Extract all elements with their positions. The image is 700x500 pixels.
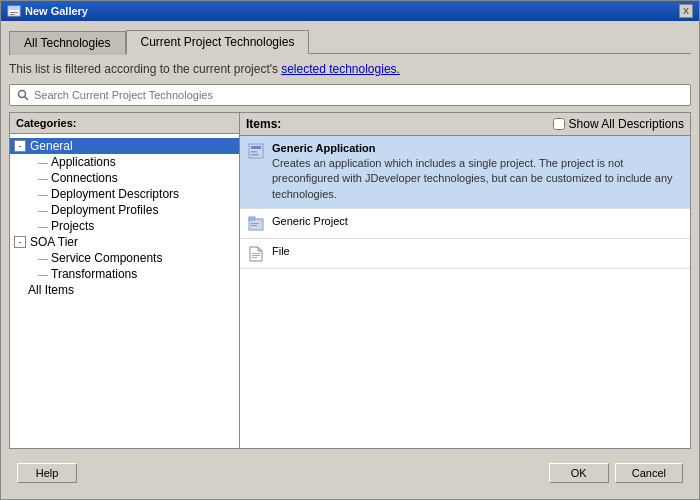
svg-rect-3 bbox=[10, 14, 15, 15]
tree-item-deployment-profiles[interactable]: — Deployment Profiles bbox=[10, 202, 239, 218]
connector-transformations: — bbox=[38, 269, 47, 280]
tab-all-technologies[interactable]: All Technologies bbox=[9, 31, 126, 55]
main-window: New Gallery X All Technologies Current P… bbox=[0, 0, 700, 500]
svg-rect-13 bbox=[251, 225, 257, 226]
connector-service-components: — bbox=[38, 253, 47, 264]
generic-project-title: Generic Project bbox=[272, 215, 348, 227]
categories-panel: Categories: - General — Applications — C… bbox=[10, 113, 240, 448]
tree-item-connections[interactable]: — Connections bbox=[10, 170, 239, 186]
items-panel: Items: Show All Descriptions bbox=[240, 113, 690, 448]
tree-item-soa-tier[interactable]: - SOA Tier bbox=[10, 234, 239, 250]
close-button[interactable]: X bbox=[679, 4, 693, 18]
tab-current-project-technologies[interactable]: Current Project Technologies bbox=[126, 30, 310, 54]
tree-toggle-soa-tier[interactable]: - bbox=[14, 236, 26, 248]
svg-point-4 bbox=[19, 91, 26, 98]
connector-applications: — bbox=[38, 157, 47, 168]
window-icon bbox=[7, 4, 21, 18]
tree-item-general[interactable]: - General bbox=[10, 138, 239, 154]
gallery-items: Generic Application Creates an applicati… bbox=[240, 136, 690, 448]
tree-item-transformations[interactable]: — Transformations bbox=[10, 266, 239, 282]
generic-application-icon bbox=[248, 143, 264, 159]
tree-item-projects[interactable]: — Projects bbox=[10, 218, 239, 234]
file-title: File bbox=[272, 245, 290, 257]
connector-deployment-profiles: — bbox=[38, 205, 47, 216]
svg-line-5 bbox=[25, 97, 29, 101]
svg-rect-7 bbox=[251, 146, 261, 149]
generic-application-title: Generic Application bbox=[272, 142, 682, 154]
main-content: All Technologies Current Project Technol… bbox=[1, 21, 699, 499]
window-title: New Gallery bbox=[25, 5, 88, 17]
svg-rect-2 bbox=[10, 12, 18, 13]
tree-item-all-items[interactable]: All Items bbox=[10, 282, 239, 298]
svg-rect-10 bbox=[249, 219, 263, 230]
cancel-button[interactable]: Cancel bbox=[615, 463, 683, 483]
search-bar bbox=[9, 84, 691, 106]
connector-connections: — bbox=[38, 173, 47, 184]
show-all-descriptions-checkbox[interactable] bbox=[553, 118, 565, 130]
show-all-descriptions-label[interactable]: Show All Descriptions bbox=[553, 117, 684, 131]
tab-bar: All Technologies Current Project Technol… bbox=[9, 29, 691, 54]
generic-application-desc: Creates an application which includes a … bbox=[272, 156, 682, 202]
panels: Categories: - General — Applications — C… bbox=[9, 112, 691, 449]
connector-deployment-descriptors: — bbox=[38, 189, 47, 200]
bottom-bar: Help OK Cancel bbox=[9, 455, 691, 491]
file-icon bbox=[248, 246, 264, 262]
svg-rect-17 bbox=[252, 257, 257, 258]
ok-cancel-group: OK Cancel bbox=[549, 463, 683, 483]
items-header: Items: Show All Descriptions bbox=[240, 113, 690, 136]
svg-rect-1 bbox=[8, 6, 20, 10]
title-bar: New Gallery X bbox=[1, 1, 699, 21]
generic-project-icon bbox=[248, 216, 264, 232]
generic-application-content: Generic Application Creates an applicati… bbox=[272, 142, 682, 202]
tree-toggle-general[interactable]: - bbox=[14, 140, 26, 152]
tree-area: - General — Applications — Connections — bbox=[10, 134, 239, 448]
tree-item-applications[interactable]: — Applications bbox=[10, 154, 239, 170]
svg-rect-8 bbox=[251, 151, 257, 153]
ok-button[interactable]: OK bbox=[549, 463, 609, 483]
search-icon bbox=[16, 88, 30, 102]
svg-rect-11 bbox=[249, 217, 255, 220]
selected-technologies-link[interactable]: selected technologies. bbox=[281, 62, 400, 76]
svg-rect-15 bbox=[252, 253, 260, 254]
svg-rect-16 bbox=[252, 255, 260, 256]
gallery-item-generic-application[interactable]: Generic Application Creates an applicati… bbox=[240, 136, 690, 209]
gallery-item-generic-project[interactable]: Generic Project bbox=[240, 209, 690, 239]
gallery-item-file[interactable]: File bbox=[240, 239, 690, 269]
svg-rect-12 bbox=[251, 223, 259, 224]
svg-rect-9 bbox=[251, 154, 259, 156]
filter-description: This list is filtered according to the c… bbox=[9, 60, 691, 78]
tree-item-deployment-descriptors[interactable]: — Deployment Descriptors bbox=[10, 186, 239, 202]
connector-projects: — bbox=[38, 221, 47, 232]
categories-header: Categories: bbox=[10, 113, 239, 134]
tree-item-service-components[interactable]: — Service Components bbox=[10, 250, 239, 266]
help-button[interactable]: Help bbox=[17, 463, 77, 483]
search-input[interactable] bbox=[34, 89, 684, 101]
